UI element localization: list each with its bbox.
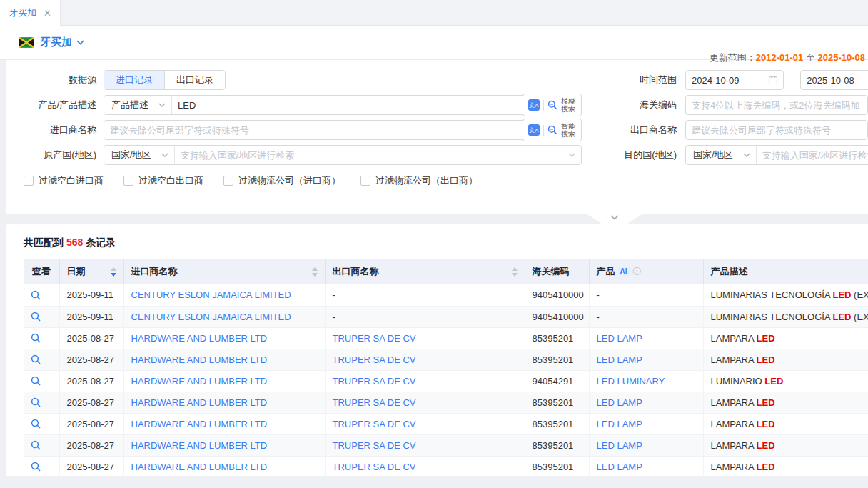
filter-logistics-importer-checkbox[interactable]: [223, 176, 233, 186]
view-detail-icon[interactable]: [31, 290, 41, 300]
translate-icon[interactable]: 文A: [528, 99, 540, 111]
exporter-link[interactable]: TRUPER SA DE CV: [333, 440, 416, 451]
view-detail-cell[interactable]: [24, 413, 59, 434]
importer-cell[interactable]: HARDWARE AND LUMBER LTD: [123, 456, 325, 477]
calendar-icon[interactable]: [768, 75, 778, 85]
product-link[interactable]: LED LAMP: [597, 419, 642, 429]
product-search-input[interactable]: [172, 96, 510, 114]
close-icon[interactable]: ✕: [44, 8, 51, 19]
import-records-tab[interactable]: 进口记录: [104, 71, 164, 89]
view-detail-cell[interactable]: [24, 434, 59, 456]
importer-cell[interactable]: CENTURY ESLON JAMAICA LIMITED: [123, 284, 325, 306]
product-cell[interactable]: LED LUMINARY: [589, 370, 703, 392]
product-link[interactable]: LED LAMP: [597, 462, 642, 472]
view-detail-icon[interactable]: [31, 462, 41, 472]
filter-blank-exporter-checkbox[interactable]: [123, 176, 133, 186]
importer-cell[interactable]: CENTURY ESLON JAMAICA LIMITED: [123, 306, 325, 327]
view-detail-cell[interactable]: [24, 392, 59, 413]
translate-icon[interactable]: 文A: [528, 124, 540, 136]
column-header-importer[interactable]: 进口商名称: [123, 259, 325, 284]
product-link[interactable]: LED LAMP: [597, 440, 642, 451]
importer-link[interactable]: CENTURY ESLON JAMAICA LIMITED: [131, 312, 291, 322]
importer-name-input[interactable]: [104, 121, 510, 139]
product-field-select[interactable]: 产品描述: [104, 96, 172, 114]
product-cell[interactable]: LED LAMP: [589, 349, 703, 370]
importer-link[interactable]: HARDWARE AND LUMBER LTD: [131, 354, 268, 365]
product-cell[interactable]: LED LAMP: [589, 456, 703, 477]
view-detail-cell[interactable]: [24, 456, 59, 477]
importer-cell[interactable]: HARDWARE AND LUMBER LTD: [123, 434, 325, 456]
product-link[interactable]: LED LAMP: [597, 397, 642, 408]
export-records-tab[interactable]: 出口记录: [164, 71, 225, 89]
chevron-down-icon[interactable]: [76, 40, 84, 45]
results-count-suffix: 条记录: [86, 236, 116, 248]
destination-country-input[interactable]: [757, 146, 868, 164]
destination-country-select[interactable]: 国家/地区: [686, 146, 757, 164]
importer-cell[interactable]: HARDWARE AND LUMBER LTD: [123, 392, 325, 413]
exporter-link[interactable]: TRUPER SA DE CV: [333, 376, 416, 387]
importer-sort-icon[interactable]: [312, 267, 318, 277]
chevron-down-icon[interactable]: [568, 153, 575, 157]
info-icon[interactable]: ⓘ: [633, 267, 642, 277]
data-source-toggle: 进口记录 出口记录: [104, 70, 226, 90]
importer-link[interactable]: HARDWARE AND LUMBER LTD: [131, 440, 268, 451]
exporter-cell[interactable]: TRUPER SA DE CV: [325, 370, 525, 392]
view-detail-icon[interactable]: [31, 440, 41, 450]
product-cell[interactable]: LED LAMP: [589, 413, 703, 434]
column-header-date[interactable]: 日期: [59, 259, 123, 284]
view-detail-cell[interactable]: [24, 327, 59, 349]
smart-search-button[interactable]: 文A 智能搜索: [523, 119, 582, 141]
exporter-sort-icon[interactable]: [512, 267, 518, 277]
filter-blank-importer-checkbox[interactable]: [24, 176, 34, 186]
exporter-cell[interactable]: TRUPER SA DE CV: [325, 392, 525, 413]
origin-country-select[interactable]: 国家/地区: [104, 146, 175, 164]
table-row: 2025-08-27HARDWARE AND LUMBER LTDTRUPER …: [24, 434, 868, 456]
product-link[interactable]: LED LAMP: [597, 354, 642, 365]
product-cell[interactable]: LED LAMP: [589, 392, 703, 413]
view-detail-cell[interactable]: [24, 349, 59, 370]
view-detail-icon[interactable]: [31, 354, 41, 364]
importer-link[interactable]: HARDWARE AND LUMBER LTD: [131, 419, 268, 429]
view-detail-cell[interactable]: [24, 284, 59, 306]
exporter-cell[interactable]: TRUPER SA DE CV: [325, 434, 525, 456]
view-detail-icon[interactable]: [31, 312, 41, 322]
importer-link[interactable]: HARDWARE AND LUMBER LTD: [131, 376, 268, 387]
view-detail-icon[interactable]: [31, 397, 41, 407]
importer-link[interactable]: HARDWARE AND LUMBER LTD: [131, 333, 268, 344]
hs-code-input[interactable]: [685, 95, 868, 115]
product-link[interactable]: LED LAMP: [597, 333, 642, 344]
view-detail-icon[interactable]: [31, 419, 41, 429]
product-cell[interactable]: LED LAMP: [589, 434, 703, 456]
importer-cell[interactable]: HARDWARE AND LUMBER LTD: [123, 413, 325, 434]
importer-link[interactable]: CENTURY ESLON JAMAICA LIMITED: [131, 289, 291, 300]
origin-country-input[interactable]: [175, 146, 568, 164]
view-detail-icon[interactable]: [31, 376, 41, 386]
exporter-cell[interactable]: TRUPER SA DE CV: [325, 349, 525, 370]
view-detail-cell[interactable]: [24, 306, 59, 327]
exporter-cell[interactable]: TRUPER SA DE CV: [325, 327, 525, 349]
fuzzy-search-button[interactable]: 文A 模糊搜索: [523, 94, 582, 116]
exporter-link[interactable]: TRUPER SA DE CV: [333, 354, 416, 365]
exporter-link[interactable]: TRUPER SA DE CV: [333, 419, 416, 429]
view-detail-icon[interactable]: [31, 333, 41, 343]
view-detail-cell[interactable]: [24, 370, 59, 392]
importer-link[interactable]: HARDWARE AND LUMBER LTD: [131, 462, 268, 472]
tab-jamaica[interactable]: 牙买加 ✕: [0, 0, 61, 26]
end-date-input[interactable]: [800, 70, 868, 90]
importer-cell[interactable]: HARDWARE AND LUMBER LTD: [123, 327, 325, 349]
exporter-link[interactable]: TRUPER SA DE CV: [333, 462, 416, 472]
product-link[interactable]: LED LUMINARY: [597, 376, 665, 387]
product-cell[interactable]: LED LAMP: [589, 327, 703, 349]
exporter-link[interactable]: TRUPER SA DE CV: [333, 333, 416, 344]
importer-link[interactable]: HARDWARE AND LUMBER LTD: [131, 397, 268, 408]
column-header-exporter[interactable]: 出口商名称: [325, 259, 525, 284]
exporter-link[interactable]: TRUPER SA DE CV: [333, 397, 416, 408]
country-name[interactable]: 牙买加: [40, 36, 72, 49]
exporter-cell[interactable]: TRUPER SA DE CV: [325, 413, 525, 434]
exporter-cell[interactable]: TRUPER SA DE CV: [325, 456, 525, 477]
importer-cell[interactable]: HARDWARE AND LUMBER LTD: [123, 349, 325, 370]
importer-cell[interactable]: HARDWARE AND LUMBER LTD: [123, 370, 325, 392]
exporter-name-input[interactable]: [685, 120, 868, 140]
date-sort-icon[interactable]: [111, 267, 116, 277]
filter-logistics-exporter-checkbox[interactable]: [360, 176, 370, 186]
